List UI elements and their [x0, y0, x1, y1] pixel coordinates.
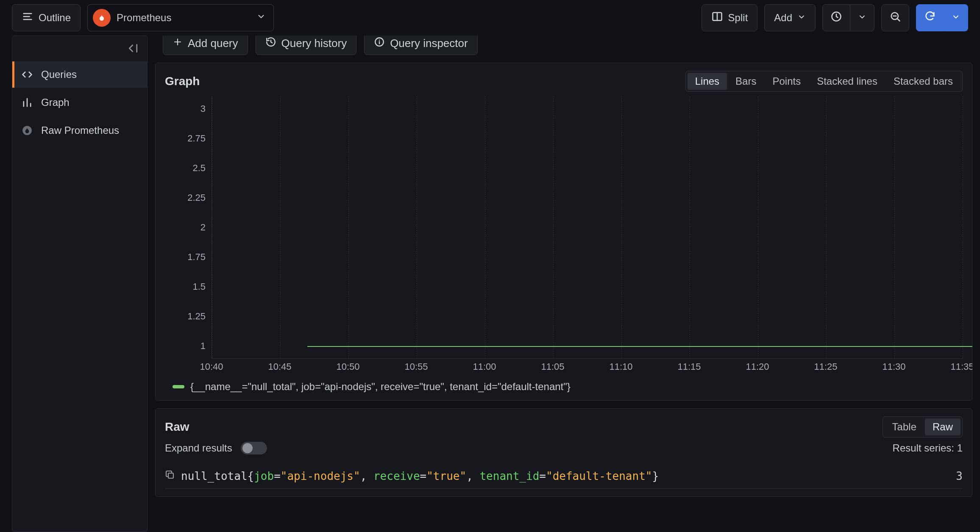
sidebar-item-raw-prometheus[interactable]: Raw Prometheus	[12, 117, 147, 144]
view-mode-stacked-bars[interactable]: Stacked bars	[886, 73, 961, 90]
chevron-down-icon	[797, 12, 806, 24]
expand-results-label: Expand results	[165, 442, 232, 454]
chart[interactable]: 32.752.52.2521.751.51.251 10:4010:4510:5…	[165, 96, 963, 377]
time-range-group	[822, 4, 874, 31]
raw-metric-value: 3	[956, 470, 963, 482]
refresh-icon	[924, 11, 936, 25]
refresh-interval-menu[interactable]	[944, 4, 968, 31]
legend-text: {__name__="null_total", job="api-nodejs"…	[190, 381, 571, 393]
y-tick: 3	[200, 103, 206, 114]
view-mode-lines[interactable]: Lines	[688, 73, 727, 90]
history-icon	[265, 36, 276, 50]
add-query-button[interactable]: Add query	[163, 36, 248, 55]
sidebar-item-label: Raw Prometheus	[41, 125, 119, 136]
query-history-button[interactable]: Query history	[256, 36, 357, 55]
sidebar: Queries Graph Raw Prometheus	[12, 36, 148, 532]
collapse-sidebar-icon[interactable]	[127, 42, 139, 57]
y-tick: 1.25	[187, 311, 206, 322]
query-inspector-label: Query inspector	[390, 37, 468, 50]
split-button[interactable]: Split	[702, 4, 758, 31]
refresh-button[interactable]	[916, 4, 944, 31]
y-tick: 1.75	[187, 252, 206, 263]
y-tick: 2.25	[187, 192, 206, 203]
add-button[interactable]: Add	[764, 4, 816, 31]
sidebar-item-label: Queries	[41, 69, 77, 80]
plus-icon	[173, 37, 183, 50]
datasource-selector[interactable]: Prometheus	[87, 4, 274, 31]
sidebar-item-graph[interactable]: Graph	[12, 89, 147, 116]
outline-label: Outline	[39, 12, 71, 24]
x-tick: 10:50	[336, 361, 359, 372]
copy-icon[interactable]	[165, 470, 175, 482]
raw-result-row: null_total{job="api-nodejs", receive="tr…	[165, 464, 963, 489]
x-tick: 11:15	[677, 361, 701, 372]
clock-icon	[830, 11, 842, 25]
chevron-down-icon	[256, 12, 266, 24]
raw-tab-raw[interactable]: Raw	[925, 418, 961, 435]
chevron-down-icon	[952, 12, 960, 24]
view-mode-stacked-lines[interactable]: Stacked lines	[809, 73, 885, 90]
graph-view-mode: Lines Bars Points Stacked lines Stacked …	[685, 71, 963, 92]
y-tick: 1	[200, 341, 206, 352]
x-tick: 11:10	[609, 361, 632, 372]
split-pane-icon	[711, 11, 723, 25]
legend-swatch	[173, 385, 184, 388]
add-query-label: Add query	[188, 37, 238, 50]
bar-chart-icon	[20, 97, 34, 108]
x-tick: 11:05	[541, 361, 564, 372]
raw-view-mode: Table Raw	[883, 416, 963, 438]
zoom-out-icon	[889, 11, 901, 25]
result-series-count: Result series: 1	[893, 442, 963, 454]
x-tick: 10:45	[268, 361, 291, 372]
y-tick: 2	[200, 222, 206, 233]
outline-button[interactable]: Outline	[12, 4, 81, 31]
x-tick: 11:20	[746, 361, 769, 372]
sidebar-item-queries[interactable]: Queries	[12, 61, 147, 88]
graph-panel-title: Graph	[165, 75, 200, 88]
add-label: Add	[774, 12, 792, 24]
expand-results-toggle[interactable]	[241, 442, 267, 454]
main-content: Add query Query history Query inspector …	[155, 36, 972, 532]
y-tick: 2.5	[192, 163, 206, 174]
topbar: Outline Prometheus Split Add	[0, 0, 980, 36]
chevron-down-icon	[858, 12, 866, 24]
query-inspector-button[interactable]: Query inspector	[364, 36, 478, 55]
x-tick: 11:35	[950, 361, 972, 372]
query-actions-row: Add query Query history Query inspector	[155, 36, 972, 55]
x-tick: 11:00	[473, 361, 496, 372]
query-history-label: Query history	[281, 37, 347, 50]
refresh-group	[916, 4, 968, 31]
svg-rect-5	[168, 473, 173, 478]
list-icon	[22, 11, 33, 25]
time-range-button[interactable]	[822, 4, 850, 31]
code-icon	[20, 69, 34, 80]
view-mode-bars[interactable]: Bars	[728, 73, 764, 90]
datasource-name: Prometheus	[117, 12, 171, 24]
chart-legend[interactable]: {__name__="null_total", job="api-nodejs"…	[173, 381, 963, 393]
x-tick: 11:30	[882, 361, 905, 372]
sidebar-item-label: Graph	[41, 97, 70, 108]
split-label: Split	[728, 12, 748, 24]
view-mode-points[interactable]: Points	[765, 73, 808, 90]
raw-panel: Raw Table Raw Expand results Result seri…	[155, 408, 972, 497]
raw-metric-expression: null_total{job="api-nodejs", receive="tr…	[181, 470, 659, 482]
info-icon	[374, 36, 385, 50]
raw-tab-table[interactable]: Table	[885, 418, 924, 435]
time-range-menu[interactable]	[850, 4, 874, 31]
y-tick: 1.5	[192, 281, 206, 292]
graph-panel: Graph Lines Bars Points Stacked lines St…	[155, 63, 972, 401]
x-tick: 10:55	[404, 361, 428, 372]
prometheus-logo-icon	[93, 9, 111, 27]
y-tick: 2.75	[187, 133, 206, 144]
zoom-out-button[interactable]	[881, 4, 909, 31]
prometheus-icon	[20, 125, 34, 136]
x-tick: 11:25	[814, 361, 837, 372]
x-tick: 10:40	[200, 361, 223, 372]
raw-panel-title: Raw	[165, 420, 189, 434]
